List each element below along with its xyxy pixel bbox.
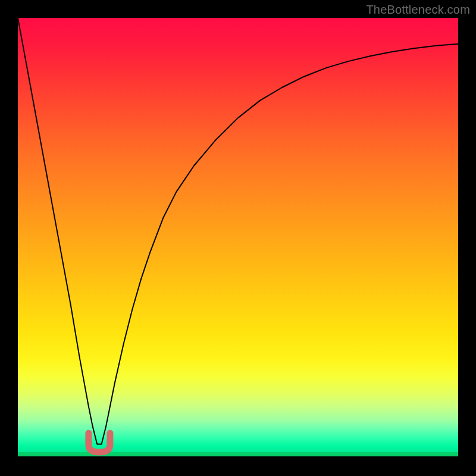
watermark-label: TheBottleneck.com bbox=[366, 3, 470, 17]
chart-svg bbox=[18, 18, 458, 458]
optimal-marker bbox=[89, 433, 110, 452]
bottleneck-curve bbox=[18, 18, 458, 444]
